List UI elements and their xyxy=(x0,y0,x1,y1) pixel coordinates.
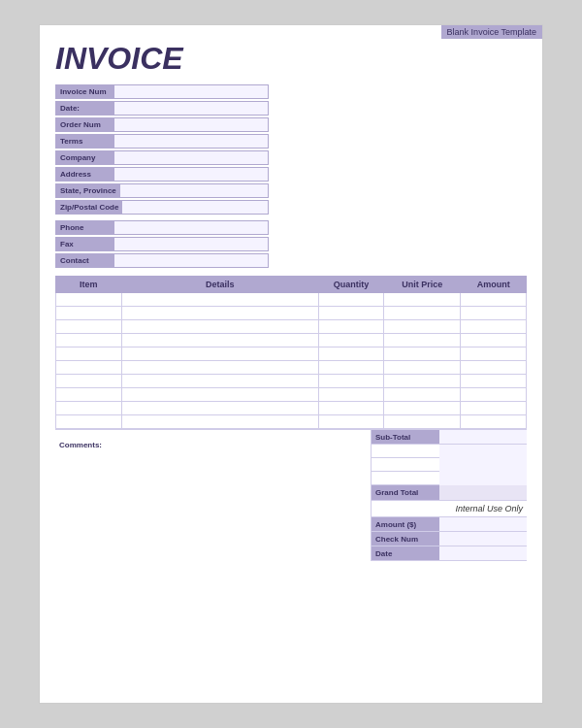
grand-total-row: Grand Total xyxy=(372,485,527,501)
cell-8-2[interactable] xyxy=(318,402,384,415)
contact-field-label-2: Contact xyxy=(56,254,114,267)
cell-1-1[interactable] xyxy=(121,307,318,320)
cell-5-3[interactable] xyxy=(384,361,461,375)
table-row xyxy=(56,307,527,320)
col-header-amount: Amount xyxy=(461,277,527,293)
invoice-field-label-3: Terms xyxy=(56,135,114,148)
contact-field-value-2[interactable] xyxy=(114,254,268,267)
cell-8-3[interactable] xyxy=(384,402,461,415)
address-field-label-0: Company xyxy=(56,151,114,164)
address-info-row: Address xyxy=(55,167,269,182)
cell-1-0[interactable] xyxy=(56,307,122,320)
address-field-value-0[interactable] xyxy=(114,151,268,164)
cell-8-0[interactable] xyxy=(56,402,122,415)
cell-5-4[interactable] xyxy=(461,361,527,375)
cell-2-3[interactable] xyxy=(384,320,461,334)
empty-value-1 xyxy=(439,445,527,458)
grand-total-value xyxy=(439,485,527,500)
cell-9-3[interactable] xyxy=(384,415,461,429)
cell-4-3[interactable] xyxy=(384,347,461,361)
cell-2-0[interactable] xyxy=(56,320,122,334)
cell-6-1[interactable] xyxy=(121,375,318,388)
cell-3-4[interactable] xyxy=(461,334,527,347)
cell-4-0[interactable] xyxy=(56,347,122,361)
invoice-field-value-0[interactable] xyxy=(114,85,268,98)
table-row xyxy=(56,375,527,388)
cell-1-4[interactable] xyxy=(461,307,527,320)
empty-value-3 xyxy=(439,472,527,485)
cell-1-2[interactable] xyxy=(318,307,384,320)
invoice-field-label-0: Invoice Num xyxy=(56,85,114,98)
payment-label-1: Check Num xyxy=(372,532,439,546)
cell-8-1[interactable] xyxy=(121,402,318,415)
address-field-label-1: Address xyxy=(56,168,114,181)
payment-value-0[interactable] xyxy=(439,517,527,531)
cell-3-2[interactable] xyxy=(318,334,384,347)
cell-0-0[interactable] xyxy=(56,293,122,307)
cell-9-2[interactable] xyxy=(318,415,384,429)
cell-2-2[interactable] xyxy=(318,320,384,334)
address-info-section: CompanyAddressState, ProvinceZip/Postal … xyxy=(55,150,269,215)
cell-0-3[interactable] xyxy=(384,293,461,307)
cell-7-0[interactable] xyxy=(56,388,122,402)
address-info-row: Zip/Postal Code xyxy=(55,200,269,215)
invoice-info-row: Order Num xyxy=(55,117,269,132)
cell-9-0[interactable] xyxy=(56,415,122,429)
cell-8-4[interactable] xyxy=(461,402,527,415)
contact-field-value-1[interactable] xyxy=(114,238,268,250)
contact-info-section: PhoneFaxContact xyxy=(55,220,269,268)
cell-6-4[interactable] xyxy=(461,375,527,388)
invoice-info-row: Date: xyxy=(55,101,269,116)
subtotal-row: Sub-Total xyxy=(372,430,527,445)
cell-7-1[interactable] xyxy=(121,388,318,402)
cell-0-4[interactable] xyxy=(461,293,527,307)
cell-6-3[interactable] xyxy=(384,375,461,388)
cell-6-0[interactable] xyxy=(56,375,122,388)
cell-6-2[interactable] xyxy=(318,375,384,388)
cell-0-2[interactable] xyxy=(318,293,384,307)
contact-field-value-0[interactable] xyxy=(114,221,268,234)
address-field-value-1[interactable] xyxy=(114,168,268,181)
table-row xyxy=(56,293,527,307)
invoice-field-value-3[interactable] xyxy=(114,135,268,148)
cell-5-1[interactable] xyxy=(121,361,318,375)
cell-4-2[interactable] xyxy=(318,347,384,361)
cell-3-1[interactable] xyxy=(121,334,318,347)
cell-3-0[interactable] xyxy=(56,334,122,347)
invoice-field-value-2[interactable] xyxy=(114,118,268,131)
cell-4-4[interactable] xyxy=(461,347,527,361)
cell-7-4[interactable] xyxy=(461,388,527,402)
table-row xyxy=(56,388,527,402)
cell-3-3[interactable] xyxy=(384,334,461,347)
cell-9-4[interactable] xyxy=(461,415,527,429)
cell-5-0[interactable] xyxy=(56,361,122,375)
invoice-page: Blank Invoice Template INVOICE Invoice N… xyxy=(39,24,543,704)
empty-row-2 xyxy=(372,458,527,472)
table-row xyxy=(56,415,527,429)
address-info-row: State, Province xyxy=(55,183,269,198)
comments-label: Comments: xyxy=(59,441,102,449)
cell-1-3[interactable] xyxy=(384,307,461,320)
payment-row: Date xyxy=(372,546,527,561)
cell-7-2[interactable] xyxy=(318,388,384,402)
address-field-value-3[interactable] xyxy=(122,201,268,214)
cell-4-1[interactable] xyxy=(121,347,318,361)
invoice-field-value-1[interactable] xyxy=(114,102,268,115)
address-field-label-3: Zip/Postal Code xyxy=(56,201,122,214)
table-row xyxy=(56,361,527,375)
cell-2-1[interactable] xyxy=(121,320,318,334)
payment-value-2[interactable] xyxy=(439,546,527,560)
payment-fields: Amount ($)Check NumDate xyxy=(372,517,527,561)
cell-9-1[interactable] xyxy=(121,415,318,429)
address-field-label-2: State, Province xyxy=(56,184,120,197)
cell-7-3[interactable] xyxy=(384,388,461,402)
address-field-value-2[interactable] xyxy=(120,184,268,197)
cell-2-4[interactable] xyxy=(461,320,527,334)
subtotal-label: Sub-Total xyxy=(372,430,439,444)
table-row xyxy=(56,320,527,334)
cell-5-2[interactable] xyxy=(318,361,384,375)
cell-0-1[interactable] xyxy=(121,293,318,307)
contact-info-row: Phone xyxy=(55,220,269,235)
contact-info-row: Fax xyxy=(55,237,269,251)
payment-value-1[interactable] xyxy=(439,532,527,546)
